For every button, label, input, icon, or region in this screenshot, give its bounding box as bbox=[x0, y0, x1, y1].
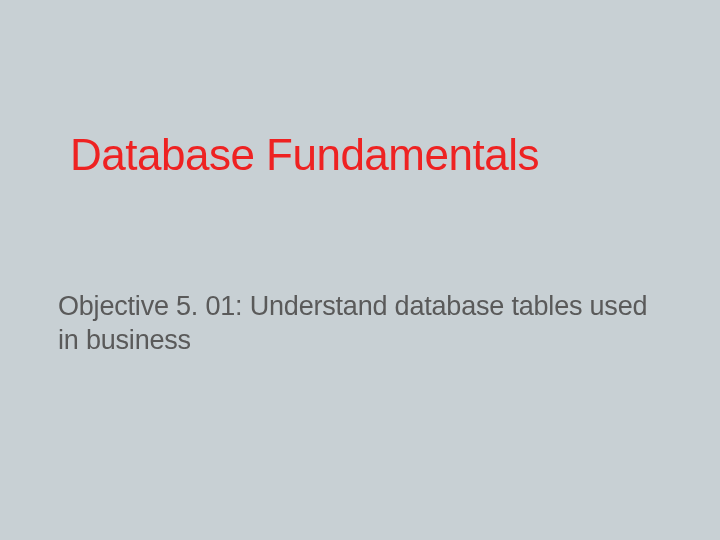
slide-container: Database Fundamentals Objective 5. 01: U… bbox=[0, 0, 720, 540]
slide-title: Database Fundamentals bbox=[70, 130, 539, 180]
slide-subtitle: Objective 5. 01: Understand database tab… bbox=[58, 290, 660, 358]
